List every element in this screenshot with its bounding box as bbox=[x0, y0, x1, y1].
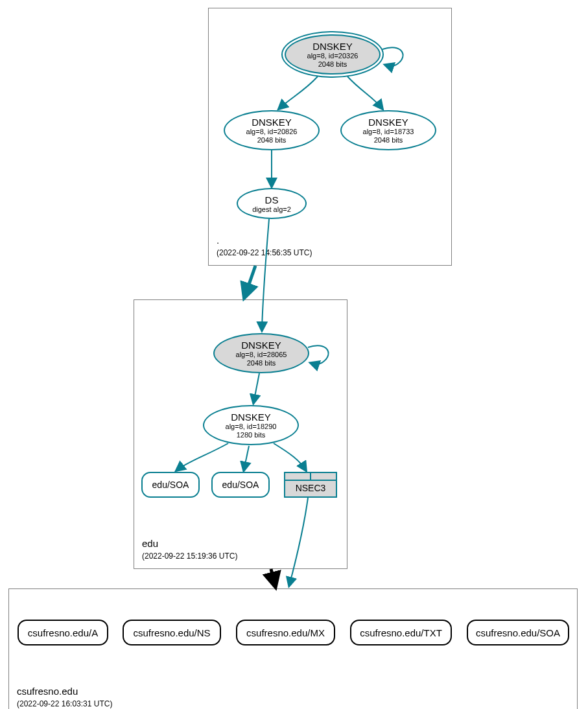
zone-edu-name: edu bbox=[142, 538, 158, 549]
dnskey-bits: 2048 bits bbox=[247, 359, 276, 367]
record-txt: csufresno.edu/TXT bbox=[350, 620, 452, 645]
nsec3-node: NSEC3 bbox=[284, 472, 337, 498]
dnskey-edu-zsk: DNSKEY alg=8, id=18290 1280 bits bbox=[203, 405, 299, 445]
ds-node: DS digest alg=2 bbox=[237, 188, 307, 219]
zone-csufresno-name: csufresno.edu bbox=[17, 686, 78, 697]
dnskey-edu-ksk: DNSKEY alg=8, id=28065 2048 bits bbox=[213, 333, 309, 373]
record-label: csufresno.edu/A bbox=[28, 627, 98, 638]
soa-node-1: edu/SOA bbox=[141, 472, 200, 498]
nsec3-header bbox=[285, 473, 336, 481]
dnskey-bits: 1280 bits bbox=[237, 431, 266, 439]
nsec3-label: NSEC3 bbox=[285, 481, 336, 495]
dnskey-title: DNSKEY bbox=[241, 340, 281, 351]
ds-alg: digest alg=2 bbox=[252, 205, 291, 213]
soa-node-2: edu/SOA bbox=[211, 472, 270, 498]
dnskey-alg: alg=8, id=20826 bbox=[246, 128, 298, 135]
record-soa: csufresno.edu/SOA bbox=[467, 620, 569, 645]
dnskey-root-zsk1: DNSKEY alg=8, id=20826 2048 bits bbox=[224, 110, 320, 150]
dnskey-alg: alg=8, id=20326 bbox=[307, 52, 359, 60]
dnskey-bits: 2048 bits bbox=[257, 136, 287, 144]
record-label: csufresno.edu/NS bbox=[133, 627, 210, 638]
dnskey-root-zsk2: DNSKEY alg=8, id=18733 2048 bits bbox=[340, 110, 436, 150]
dnskey-alg: alg=8, id=18290 bbox=[226, 423, 277, 430]
record-label: csufresno.edu/MX bbox=[246, 627, 325, 638]
zone-root-name: . bbox=[217, 235, 219, 246]
zone-csufresno-timestamp: (2022-09-22 16:03:31 UTC) bbox=[17, 699, 112, 708]
dnskey-title: DNSKEY bbox=[368, 117, 408, 128]
dnskey-root-ksk: DNSKEY alg=8, id=20326 2048 bits bbox=[285, 34, 381, 75]
dnskey-title: DNSKEY bbox=[231, 412, 271, 423]
record-a: csufresno.edu/A bbox=[18, 620, 108, 645]
soa-label: edu/SOA bbox=[222, 480, 259, 490]
zone-edu-timestamp: (2022-09-22 15:19:36 UTC) bbox=[142, 552, 237, 561]
dnskey-alg: alg=8, id=18733 bbox=[363, 128, 414, 135]
dnskey-bits: 2048 bits bbox=[318, 60, 347, 68]
dnskey-alg: alg=8, id=28065 bbox=[236, 351, 287, 358]
record-label: csufresno.edu/TXT bbox=[360, 627, 442, 638]
dnskey-title: DNSKEY bbox=[252, 117, 292, 128]
record-label: csufresno.edu/SOA bbox=[476, 627, 560, 638]
record-ns: csufresno.edu/NS bbox=[123, 620, 221, 645]
zone-root-timestamp: (2022-09-22 14:56:35 UTC) bbox=[217, 248, 312, 257]
ds-title: DS bbox=[265, 194, 279, 205]
zone-csufresno: csufresno.edu (2022-09-22 16:03:31 UTC) bbox=[8, 588, 578, 709]
dnskey-bits: 2048 bits bbox=[374, 136, 403, 144]
soa-label: edu/SOA bbox=[152, 480, 189, 490]
record-mx: csufresno.edu/MX bbox=[236, 620, 335, 645]
dnskey-title: DNSKEY bbox=[312, 41, 353, 52]
